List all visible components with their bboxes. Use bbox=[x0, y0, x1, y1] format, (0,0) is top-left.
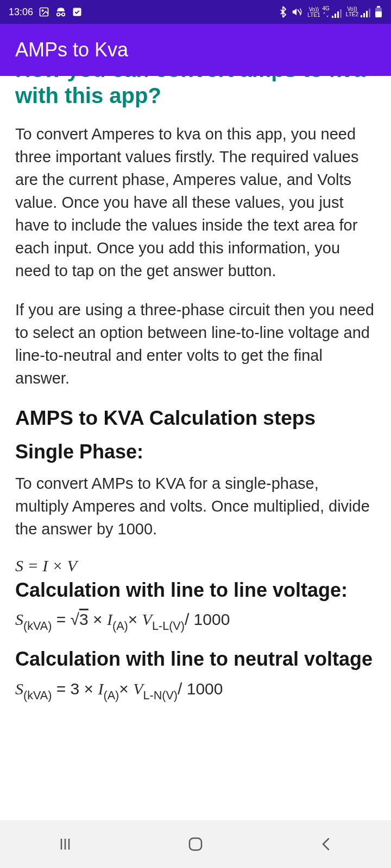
f-ln-v: V bbox=[133, 680, 143, 698]
sim1-block: Vo)) LTE1 4G bbox=[307, 6, 342, 18]
svg-rect-5 bbox=[73, 8, 81, 16]
signal2-icon bbox=[361, 9, 370, 17]
f-ll-rootval: 3 bbox=[79, 610, 89, 628]
content-scroll[interactable]: How you can convert amps to kva with thi… bbox=[0, 76, 391, 820]
status-time: 13:06 bbox=[9, 7, 33, 18]
status-left: 13:06 bbox=[9, 7, 82, 18]
signal1-icon bbox=[332, 9, 342, 18]
svg-line-6 bbox=[298, 9, 301, 14]
svg-rect-17 bbox=[375, 11, 382, 17]
single-phase-paragraph: To convert AMPs to KVA for a single-phas… bbox=[15, 472, 376, 540]
f-ll-root: √ bbox=[71, 610, 79, 628]
intro-heading: How you can convert amps to kva with thi… bbox=[15, 76, 376, 108]
svg-point-3 bbox=[62, 13, 65, 16]
formula-line-to-neutral: S(kVA) = 3 × I(A)× VL-N(V)/ 1000 bbox=[15, 680, 376, 701]
svg-rect-15 bbox=[377, 6, 380, 8]
svg-rect-10 bbox=[340, 9, 342, 18]
battery-icon bbox=[375, 6, 382, 18]
f-ll-v-sub: L-L(V) bbox=[152, 619, 185, 633]
intro-paragraph-1: To convert Amperes to kva on this app, y… bbox=[15, 123, 376, 282]
svg-rect-12 bbox=[363, 13, 365, 17]
f-ln-i: I bbox=[98, 680, 103, 698]
mute-vibrate-icon bbox=[291, 7, 303, 17]
formula-line-to-line: S(kVA) = √3 × I(A)× VL-L(V)/ 1000 bbox=[15, 610, 376, 632]
sim1-net: 4G bbox=[322, 6, 329, 11]
svg-point-2 bbox=[57, 13, 60, 16]
sim2-block: Vo)) LTE2 bbox=[346, 7, 370, 17]
svg-rect-9 bbox=[337, 11, 339, 18]
app-bar: AMPs to Kva bbox=[0, 24, 391, 76]
status-bar: 13:06 Vo)) LTE1 4G bbox=[0, 0, 391, 24]
f-ln-s: S bbox=[15, 680, 23, 698]
incognito-icon bbox=[55, 7, 67, 17]
f-ll-eq: = bbox=[52, 610, 70, 628]
f-ln-eq: = 3 × bbox=[52, 680, 98, 698]
svg-rect-7 bbox=[332, 16, 333, 18]
formula-single-phase: S = I × V bbox=[15, 557, 376, 575]
sim2-lte: LTE2 bbox=[346, 12, 358, 17]
svg-rect-11 bbox=[361, 15, 362, 17]
system-nav-bar bbox=[0, 820, 391, 868]
status-right: Vo)) LTE1 4G Vo)) LTE2 bbox=[279, 6, 382, 18]
f-ln-div: / 1000 bbox=[178, 680, 223, 698]
home-button[interactable] bbox=[163, 829, 228, 859]
single-phase-heading: Single Phase: bbox=[15, 440, 376, 463]
check-icon bbox=[72, 7, 82, 17]
f-ln-s-sub: (kVA) bbox=[23, 688, 52, 702]
svg-rect-8 bbox=[335, 14, 336, 18]
f-ll-t1: × bbox=[89, 610, 107, 628]
image-icon bbox=[39, 7, 49, 17]
svg-point-1 bbox=[42, 10, 43, 11]
intro-paragraph-2: If you are using a three-phase circuit t… bbox=[15, 298, 376, 390]
line-to-neutral-heading: Calculation with line to neutral voltage bbox=[15, 647, 376, 671]
f-ln-t2: × bbox=[119, 680, 133, 698]
svg-rect-21 bbox=[190, 838, 201, 850]
svg-rect-14 bbox=[369, 9, 370, 17]
f-ll-s: S bbox=[15, 610, 23, 628]
f-ln-i-sub: (A) bbox=[103, 688, 119, 702]
f-ln-v-sub: L-N(V) bbox=[143, 688, 178, 702]
recents-button[interactable] bbox=[33, 829, 98, 859]
f-ll-s-sub: (kVA) bbox=[23, 619, 52, 633]
back-button[interactable] bbox=[293, 829, 358, 859]
f-ll-i-sub: (A) bbox=[112, 619, 128, 633]
f-ll-t2: × bbox=[128, 610, 142, 628]
f-ll-div: / 1000 bbox=[185, 610, 230, 628]
data-arrows-icon bbox=[323, 11, 329, 18]
page-title: AMPs to Kva bbox=[15, 39, 128, 61]
sim1-lte: LTE1 bbox=[307, 12, 320, 18]
f-ll-v: V bbox=[142, 610, 152, 628]
svg-rect-13 bbox=[366, 11, 368, 17]
steps-heading: AMPS to KVA Calculation steps bbox=[15, 406, 376, 430]
f-ll-i: I bbox=[107, 610, 112, 628]
line-to-line-heading: Calculation with line to line voltage: bbox=[15, 578, 376, 602]
bluetooth-icon bbox=[279, 6, 287, 18]
